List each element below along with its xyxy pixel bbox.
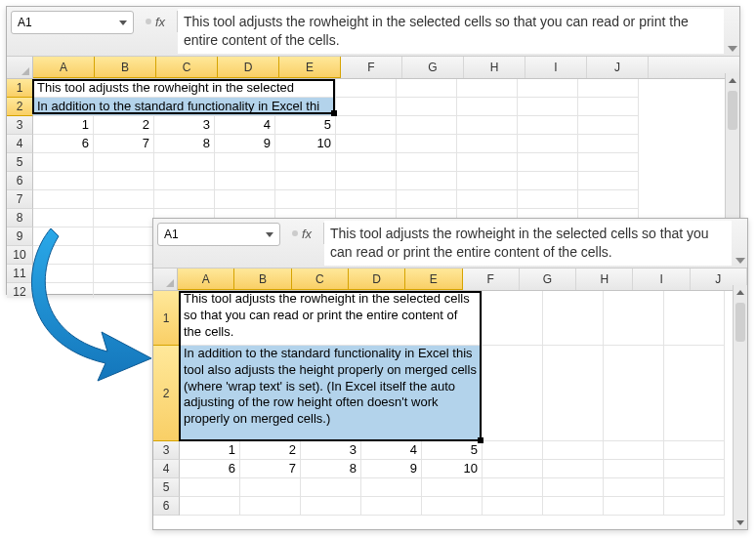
cell[interactable] [543,441,604,460]
cell[interactable] [240,497,301,516]
col-header-f[interactable]: F [341,57,402,78]
cell[interactable] [275,172,336,190]
cell-b4[interactable]: 7 [94,135,154,153]
row-header-2[interactable]: 2 [7,98,33,116]
cell[interactable] [457,153,518,172]
cell[interactable] [215,153,275,172]
merged-cell-a1[interactable]: This tool adjusts the rowheight in the s… [180,291,483,346]
row-header-5[interactable]: 5 [153,478,180,497]
cell[interactable] [457,116,518,135]
cell[interactable] [518,98,578,116]
cell[interactable] [457,135,518,153]
cell[interactable] [397,98,457,116]
col-header-e[interactable]: E [405,269,462,290]
cell-d3[interactable]: 4 [361,441,422,460]
cell[interactable] [518,135,578,153]
cell-c4[interactable]: 8 [301,460,361,478]
cell[interactable] [457,190,518,209]
cell-b4[interactable]: 7 [240,460,301,478]
col-header-h[interactable]: H [576,269,633,290]
cell[interactable] [604,478,664,497]
chevron-down-icon[interactable] [119,21,127,25]
cell[interactable] [33,172,94,190]
cell[interactable] [664,478,725,497]
name-box[interactable]: A1 [11,11,134,34]
cell[interactable] [543,460,604,478]
cell-a4[interactable]: 6 [33,135,94,153]
cell[interactable] [664,346,725,441]
grid-body[interactable]: 1 This tool adjusts the rowheight in the… [153,291,747,533]
cell[interactable] [518,153,578,172]
cell[interactable] [578,172,639,190]
merged-cell-a1[interactable]: This tool adjusts the rowheight in the s… [33,79,336,98]
cell[interactable] [483,460,543,478]
cell[interactable] [664,441,725,460]
cell[interactable] [483,441,543,460]
col-header-g[interactable]: G [402,57,464,78]
cell[interactable] [397,135,457,153]
cell[interactable] [154,172,215,190]
cell[interactable] [301,497,361,516]
col-header-i[interactable]: I [633,269,690,290]
cell[interactable] [336,98,397,116]
cell-b3[interactable]: 2 [94,116,154,135]
row-header-4[interactable]: 4 [153,460,180,478]
cell-d3[interactable]: 4 [215,116,275,135]
col-header-f[interactable]: F [463,269,520,290]
col-header-c[interactable]: C [292,269,349,290]
cell[interactable] [336,172,397,190]
cell[interactable] [397,172,457,190]
cell[interactable] [604,346,664,441]
cell[interactable] [604,460,664,478]
col-header-c[interactable]: C [156,57,218,78]
cell[interactable] [422,478,483,497]
fx-button[interactable]: fx [280,223,324,244]
cell-b3[interactable]: 2 [240,441,301,460]
col-header-d[interactable]: D [349,269,405,290]
cell-e4[interactable]: 10 [275,135,336,153]
cell[interactable] [578,153,639,172]
select-all-corner[interactable] [7,57,33,78]
col-header-a[interactable]: A [178,269,234,290]
cell-a4[interactable]: 6 [180,460,240,478]
cell[interactable] [33,153,94,172]
cell[interactable] [33,209,94,228]
row-header-7[interactable]: 7 [7,190,33,209]
cell[interactable] [94,190,154,209]
cell[interactable] [483,478,543,497]
cell[interactable] [664,497,725,516]
cell[interactable] [94,153,154,172]
cell[interactable] [154,190,215,209]
cell[interactable] [457,98,518,116]
cell[interactable] [397,79,457,98]
row-header-4[interactable]: 4 [7,135,33,153]
col-header-i[interactable]: I [525,57,587,78]
scroll-thumb[interactable] [728,91,737,130]
cell[interactable] [422,497,483,516]
cell[interactable] [518,172,578,190]
cell[interactable] [578,135,639,153]
cell[interactable] [578,190,639,209]
cell[interactable] [215,172,275,190]
cell-c4[interactable]: 8 [154,135,215,153]
row-header-8[interactable]: 8 [7,209,33,228]
cell[interactable] [397,116,457,135]
col-header-d[interactable]: D [218,57,279,78]
cell[interactable] [301,478,361,497]
row-header-3[interactable]: 3 [153,441,180,460]
cell[interactable] [518,79,578,98]
cell[interactable] [543,497,604,516]
row-header-5[interactable]: 5 [7,153,33,172]
cell[interactable] [483,346,543,441]
scroll-up-icon[interactable] [734,285,747,299]
name-box[interactable]: A1 [157,223,280,246]
merged-cell-a2[interactable]: In addition to the standard functionalit… [33,98,336,116]
cell[interactable] [336,79,397,98]
col-header-b[interactable]: B [95,57,156,78]
cell[interactable] [578,116,639,135]
cell[interactable] [664,460,725,478]
row-header-6[interactable]: 6 [7,172,33,190]
cell[interactable] [94,172,154,190]
cell[interactable] [664,291,725,346]
row-header-1[interactable]: 1 [153,291,180,346]
